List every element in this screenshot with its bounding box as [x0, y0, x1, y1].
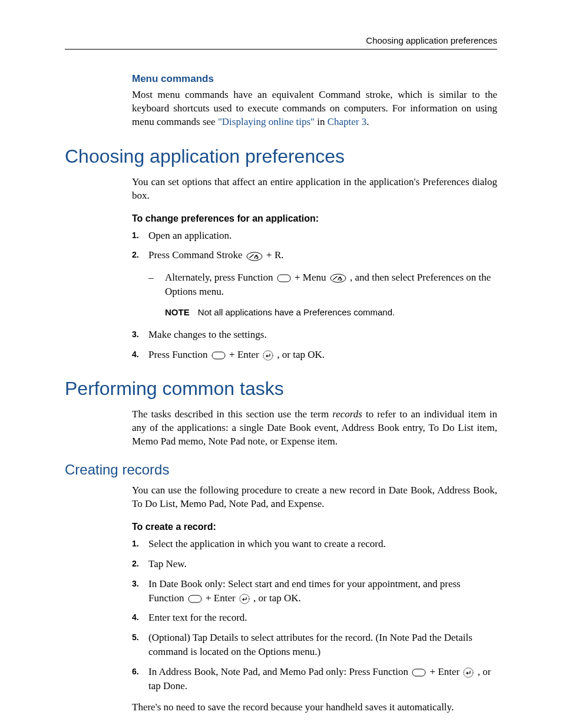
- function-key-icon: [277, 274, 291, 282]
- step-number: 5.: [132, 631, 148, 644]
- svg-rect-1: [277, 275, 290, 282]
- step-text: Enter text for the record.: [148, 611, 497, 625]
- menu-key-icon: [330, 274, 346, 283]
- note: NOTE Not all applications have a Prefere…: [165, 307, 497, 317]
- procedure-title-create-record: To create a record:: [132, 522, 497, 532]
- note-text: Not all applications have a Preferences …: [198, 307, 395, 317]
- link-chapter-3[interactable]: Chapter 3: [328, 116, 367, 127]
- text: + Enter: [430, 666, 462, 677]
- step-5: 5. (Optional) Tap Details to select attr…: [132, 631, 497, 659]
- step-text: (Optional) Tap Details to select attribu…: [148, 631, 497, 659]
- step-text: In Address Book, Note Pad, and Memo Pad …: [148, 665, 497, 693]
- svg-rect-7: [412, 669, 425, 676]
- function-key-icon: [211, 351, 226, 360]
- steps-change-prefs-cont: 3. Make changes to the settings. 4. Pres…: [132, 328, 497, 362]
- heading-menu-commands: Menu commands: [132, 73, 497, 85]
- link-displaying-tips[interactable]: "Displaying online tips": [218, 116, 315, 127]
- step-number: 6.: [132, 665, 148, 678]
- step-3: 3. Make changes to the settings.: [132, 328, 497, 342]
- step-text: In Date Book only: Select start and end …: [148, 577, 497, 605]
- step-number: 2.: [132, 557, 148, 570]
- enter-key-icon: [263, 350, 273, 361]
- step-number: 1.: [132, 229, 148, 242]
- para-prefs-intro: You can set options that affect an entir…: [132, 176, 497, 203]
- enter-key-icon: [463, 667, 474, 678]
- steps-create-record: 1. Select the application in which you w…: [132, 537, 497, 693]
- text: .: [366, 116, 369, 127]
- text: + R.: [266, 249, 283, 261]
- function-key-icon: [412, 668, 426, 677]
- substep: – Alternately, press Function + Menu , a…: [148, 271, 497, 299]
- step-1: 1. Open an application.: [132, 229, 497, 243]
- step-text: Press Command Stroke + R.: [148, 248, 497, 262]
- heading-common-tasks: Performing common tasks: [65, 378, 497, 400]
- steps-change-prefs: 1. Open an application. 2. Press Command…: [132, 229, 497, 263]
- para-menu-commands: Most menu commands have an equivalent Co…: [132, 88, 497, 129]
- dash: –: [148, 271, 165, 299]
- text: The tasks described in this section use …: [132, 409, 332, 420]
- step-text: Open an application.: [148, 229, 497, 243]
- step-text: Tap New.: [148, 557, 497, 571]
- svg-rect-5: [189, 595, 201, 602]
- function-key-icon: [188, 595, 202, 603]
- text: + Menu: [295, 272, 329, 283]
- heading-choosing-prefs: Choosing application preferences: [65, 146, 497, 167]
- step-text: Make changes to the settings.: [148, 328, 497, 342]
- step-3: 3. In Date Book only: Select start and e…: [132, 577, 497, 605]
- term-records: records: [332, 409, 362, 420]
- step-2: 2. Press Command Stroke + R.: [132, 248, 497, 262]
- text: Alternately, press Function: [165, 272, 276, 283]
- note-label: NOTE: [165, 307, 190, 317]
- step-number: 2.: [132, 248, 148, 261]
- text: Press Command Stroke: [148, 249, 245, 261]
- step-number: 3.: [132, 328, 148, 341]
- step-number: 1.: [132, 537, 148, 550]
- section-choosing-prefs: You can set options that affect an entir…: [132, 176, 497, 362]
- text: In Address Book, Note Pad, and Memo Pad …: [148, 666, 411, 677]
- svg-point-8: [464, 668, 473, 677]
- step-number: 4.: [132, 348, 148, 361]
- step-4: 4. Press Function + Enter , or tap OK.: [132, 348, 497, 362]
- para-closing: There's no need to save the record becau…: [132, 701, 497, 714]
- text: in: [315, 116, 328, 127]
- svg-point-2: [330, 274, 346, 282]
- text: Press Function: [148, 349, 210, 360]
- document-page: Choosing application preferences Menu co…: [0, 0, 562, 728]
- section-creating-records: You can use the following procedure to c…: [132, 484, 497, 714]
- procedure-title-change-prefs: To change preferences for an application…: [132, 213, 497, 224]
- text: , or tap OK.: [253, 592, 301, 604]
- step-text: Select the application in which you want…: [148, 537, 497, 551]
- step-number: 3.: [132, 577, 148, 590]
- running-header: Choosing application preferences: [65, 35, 497, 50]
- step-6: 6. In Address Book, Note Pad, and Memo P…: [132, 665, 497, 693]
- substep-text: Alternately, press Function + Menu , and…: [165, 271, 497, 299]
- step-1: 1. Select the application in which you w…: [132, 537, 497, 551]
- stroke-key-icon: [246, 252, 263, 261]
- svg-point-4: [263, 351, 273, 360]
- text: , or tap OK.: [277, 349, 325, 360]
- enter-key-icon: [239, 594, 250, 604]
- svg-rect-3: [212, 352, 225, 359]
- step-2: 2. Tap New.: [132, 557, 497, 571]
- text: + Enter: [206, 592, 238, 604]
- text: + Enter: [229, 349, 262, 360]
- step-text: Press Function + Enter , or tap OK.: [148, 348, 497, 362]
- para-creating-intro: You can use the following procedure to c…: [132, 484, 497, 511]
- para-common-intro: The tasks described in this section use …: [132, 408, 497, 449]
- svg-point-6: [240, 594, 249, 604]
- step-number: 4.: [132, 611, 148, 624]
- section-menu-commands: Menu commands Most menu commands have an…: [132, 73, 497, 129]
- svg-point-0: [247, 252, 262, 261]
- heading-creating-records: Creating records: [65, 462, 497, 478]
- section-common-tasks: The tasks described in this section use …: [132, 408, 497, 449]
- step-4: 4. Enter text for the record.: [132, 611, 497, 625]
